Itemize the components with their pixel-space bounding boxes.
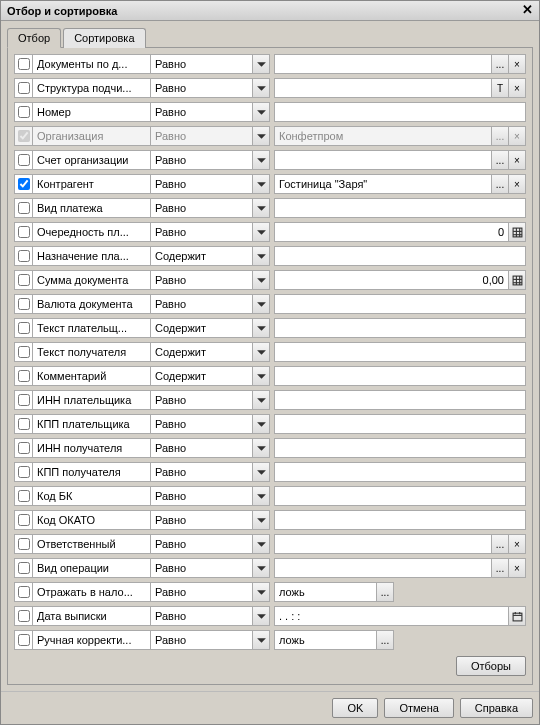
clear-icon[interactable]: ×: [508, 151, 525, 169]
ellipsis-icon[interactable]: ...: [491, 175, 508, 193]
value-input-date[interactable]: . . : :: [275, 607, 508, 625]
operator-select-number[interactable]: Равно: [150, 102, 270, 122]
value-input-resp[interactable]: [275, 535, 491, 553]
dropdown-icon[interactable]: [252, 559, 269, 577]
dropdown-icon[interactable]: [252, 415, 269, 433]
clear-icon[interactable]: ×: [508, 175, 525, 193]
operator-select-payerinn[interactable]: Равно: [150, 390, 270, 410]
dropdown-icon[interactable]: [252, 79, 269, 97]
value-input-payerkpp[interactable]: [275, 415, 525, 433]
operator-select-payerkpp[interactable]: Равно: [150, 414, 270, 434]
operator-select-payertext[interactable]: Содержит: [150, 318, 270, 338]
filter-checkbox-payerkpp[interactable]: [18, 418, 30, 430]
operator-select-optype[interactable]: Равно: [150, 558, 270, 578]
filter-checkbox-struct[interactable]: [18, 82, 30, 94]
operator-select-sum[interactable]: Равно: [150, 270, 270, 290]
dropdown-icon[interactable]: [252, 223, 269, 241]
ellipsis-icon[interactable]: ...: [491, 151, 508, 169]
value-input-comment[interactable]: [275, 367, 525, 385]
value-input-number[interactable]: [275, 103, 525, 121]
value-input-account[interactable]: [275, 151, 491, 169]
dropdown-icon[interactable]: [252, 439, 269, 457]
dropdown-icon[interactable]: [252, 607, 269, 625]
operator-select-recinn[interactable]: Равно: [150, 438, 270, 458]
filter-checkbox-account[interactable]: [18, 154, 30, 166]
dropdown-icon[interactable]: [252, 199, 269, 217]
dropdown-icon[interactable]: [252, 319, 269, 337]
dropdown-icon[interactable]: [252, 295, 269, 313]
operator-select-reckpp[interactable]: Равно: [150, 462, 270, 482]
operator-select-bk[interactable]: Равно: [150, 486, 270, 506]
value-input-tax[interactable]: ложь: [275, 583, 376, 601]
filter-checkbox-manual[interactable]: [18, 634, 30, 646]
value-input-manual[interactable]: ложь: [275, 631, 376, 649]
ellipsis-icon[interactable]: ...: [491, 535, 508, 553]
operator-select-purpose[interactable]: Содержит: [150, 246, 270, 266]
filter-checkbox-sum[interactable]: [18, 274, 30, 286]
operator-select-currency[interactable]: Равно: [150, 294, 270, 314]
dropdown-icon[interactable]: [252, 151, 269, 169]
filter-checkbox-reckpp[interactable]: [18, 466, 30, 478]
tab-sort[interactable]: Сортировка: [63, 28, 145, 48]
value-input-counter[interactable]: Гостиница "Заря": [275, 175, 491, 193]
filter-checkbox-priority[interactable]: [18, 226, 30, 238]
cancel-button[interactable]: Отмена: [384, 698, 453, 718]
dropdown-icon[interactable]: [252, 583, 269, 601]
dropdown-icon[interactable]: [252, 463, 269, 481]
calendar-icon[interactable]: [508, 607, 525, 625]
value-input-okato[interactable]: [275, 511, 525, 529]
ellipsis-icon[interactable]: ...: [491, 559, 508, 577]
filter-checkbox-tax[interactable]: [18, 586, 30, 598]
ok-button[interactable]: OK: [332, 698, 378, 718]
clear-icon[interactable]: ×: [508, 559, 525, 577]
filter-checkbox-date[interactable]: [18, 610, 30, 622]
clear-icon[interactable]: ×: [508, 79, 525, 97]
tab-filter[interactable]: Отбор: [7, 28, 61, 48]
ellipsis-icon[interactable]: ...: [376, 631, 393, 649]
operator-select-manual[interactable]: Равно: [150, 630, 270, 650]
filters-button[interactable]: Отборы: [456, 656, 526, 676]
filter-checkbox-docs[interactable]: [18, 58, 30, 70]
value-input-rectext[interactable]: [275, 343, 525, 361]
filter-checkbox-comment[interactable]: [18, 370, 30, 382]
operator-select-counter[interactable]: Равно: [150, 174, 270, 194]
value-input-payerinn[interactable]: [275, 391, 525, 409]
help-button[interactable]: Справка: [460, 698, 533, 718]
dropdown-icon[interactable]: [252, 247, 269, 265]
dropdown-icon[interactable]: [252, 103, 269, 121]
value-input-currency[interactable]: [275, 295, 525, 313]
value-input-paytype[interactable]: [275, 199, 525, 217]
dropdown-icon[interactable]: [252, 487, 269, 505]
filter-checkbox-rectext[interactable]: [18, 346, 30, 358]
value-input-sum[interactable]: 0,00: [275, 271, 508, 289]
dropdown-icon[interactable]: [252, 511, 269, 529]
close-icon[interactable]: ✕: [519, 4, 535, 18]
dropdown-icon[interactable]: [252, 535, 269, 553]
filter-checkbox-bk[interactable]: [18, 490, 30, 502]
operator-select-date[interactable]: Равно: [150, 606, 270, 626]
filter-checkbox-currency[interactable]: [18, 298, 30, 310]
calculator-icon[interactable]: [508, 223, 525, 241]
filter-checkbox-recinn[interactable]: [18, 442, 30, 454]
calculator-icon[interactable]: [508, 271, 525, 289]
dropdown-icon[interactable]: [252, 175, 269, 193]
value-input-optype[interactable]: [275, 559, 491, 577]
filter-checkbox-counter[interactable]: [18, 178, 30, 190]
value-input-bk[interactable]: [275, 487, 525, 505]
dropdown-icon[interactable]: [252, 343, 269, 361]
dropdown-icon[interactable]: [252, 367, 269, 385]
filter-checkbox-paytype[interactable]: [18, 202, 30, 214]
value-input-reckpp[interactable]: [275, 463, 525, 481]
operator-select-account[interactable]: Равно: [150, 150, 270, 170]
dropdown-icon[interactable]: [252, 55, 269, 73]
filter-checkbox-number[interactable]: [18, 106, 30, 118]
value-input-recinn[interactable]: [275, 439, 525, 457]
dropdown-icon[interactable]: [252, 271, 269, 289]
operator-select-struct[interactable]: Равно: [150, 78, 270, 98]
operator-select-comment[interactable]: Содержит: [150, 366, 270, 386]
dropdown-icon[interactable]: [252, 391, 269, 409]
value-input-priority[interactable]: 0: [275, 223, 508, 241]
filter-checkbox-resp[interactable]: [18, 538, 30, 550]
clear-icon[interactable]: ×: [508, 55, 525, 73]
filter-checkbox-okato[interactable]: [18, 514, 30, 526]
